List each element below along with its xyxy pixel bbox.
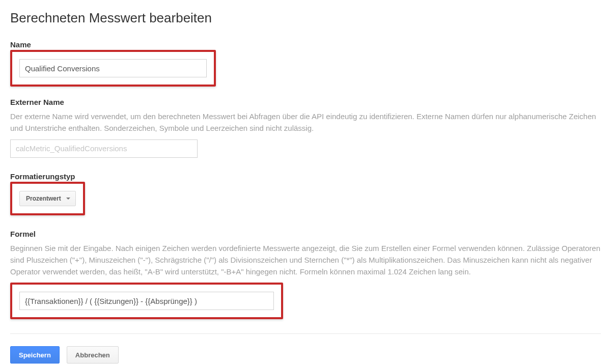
format-type-label: Formatierungstyp: [10, 172, 601, 181]
page-title: Berechneten Messwert bearbeiten: [10, 10, 601, 26]
formula-input[interactable]: [19, 292, 274, 310]
button-row: Speichern Abbrechen: [10, 346, 601, 363]
save-button[interactable]: Speichern: [10, 346, 60, 363]
formula-label: Formel: [10, 230, 601, 238]
format-type-selected-value: Prozentwert: [26, 195, 61, 202]
formula-highlight-box: [10, 283, 283, 319]
cancel-button[interactable]: Abbrechen: [67, 346, 119, 363]
format-type-select[interactable]: Prozentwert: [19, 191, 76, 206]
external-name-description: Der externe Name wird verwendet, um den …: [10, 110, 601, 134]
name-input[interactable]: [19, 59, 207, 77]
external-name-input[interactable]: [10, 139, 198, 158]
caret-down-icon: [66, 198, 70, 200]
external-name-label: Externer Name: [10, 98, 601, 106]
formula-description: Beginnen Sie mit der Eingabe. Nach einig…: [10, 242, 601, 278]
name-highlight-box: [10, 50, 216, 87]
name-label: Name: [10, 40, 601, 49]
divider: [10, 333, 601, 334]
format-type-highlight-box: Prozentwert: [10, 182, 85, 215]
